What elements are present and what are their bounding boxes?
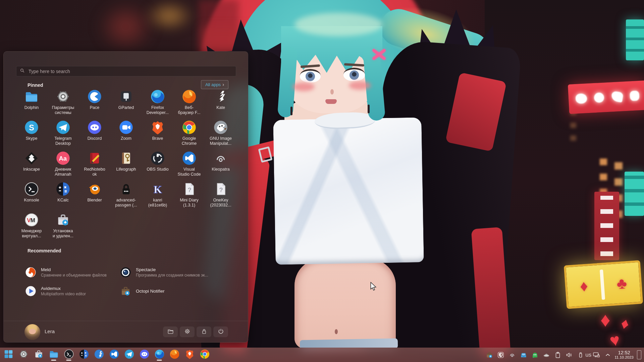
zoom-icon — [119, 120, 133, 134]
taskbar-apps — [3, 349, 210, 361]
taskbar-konsole[interactable] — [63, 349, 74, 361]
character-earring — [368, 105, 370, 113]
discover-install-icon — [56, 213, 70, 227]
tray-vault-shield-icon[interactable] — [496, 351, 505, 359]
app-label: Установка и удален... — [53, 229, 73, 239]
character-torso — [294, 259, 396, 349]
file-manager-button[interactable] — [163, 326, 178, 337]
pinned-app-inkscape[interactable]: Inkscape — [16, 149, 47, 180]
app-label: Google Chrome — [182, 136, 197, 146]
taskbar-dolphin[interactable] — [48, 349, 59, 361]
pinned-app-konsole[interactable]: Konsole — [16, 180, 47, 211]
app-label: Discord — [88, 136, 102, 141]
pinned-app-pace[interactable]: Pace — [79, 88, 110, 119]
digital-clock[interactable]: 12:52 11.10.2023 — [614, 350, 634, 359]
taskbar-kcalc[interactable] — [78, 349, 90, 361]
tray-inbox-icon[interactable] — [519, 351, 528, 359]
taskbar-firefox[interactable] — [169, 349, 180, 361]
pinned-app-vscode[interactable]: Visual Studio Code — [173, 149, 205, 180]
app-label: Dolphin — [24, 105, 39, 110]
desktop: ♦♣ ♦♦♥ — [0, 0, 644, 362]
pinned-app-kate[interactable]: Kate — [205, 88, 236, 119]
pinned-app-firefox-developer[interactable]: Firefox Developer... — [142, 88, 173, 119]
pinned-app-advanced-passgen[interactable]: advanced- passgen (... — [110, 180, 142, 211]
recommended-app-avidemux[interactable]: AvidemuxMultiplatform video editor — [25, 282, 120, 300]
pinned-app-telegram-desktop[interactable]: Telegram Desktop — [47, 119, 79, 149]
recommended-app-octopi-notifier[interactable]: Octopi Notifier — [120, 282, 215, 300]
wallpaper-teal-sign-mid — [625, 172, 644, 216]
app-label: Visual Studio Code — [178, 167, 201, 177]
running-indicator — [51, 360, 56, 361]
search-input[interactable] — [28, 68, 233, 74]
taskbar-chrome[interactable] — [199, 349, 210, 361]
pinned-app-obs-studio[interactable]: OBS Studio — [142, 149, 173, 180]
taskbar-discord[interactable] — [139, 349, 150, 361]
taskbar-vscode[interactable] — [108, 349, 120, 361]
lock-button[interactable] — [197, 326, 211, 337]
tray-display-lock-icon[interactable] — [592, 351, 600, 359]
pinned-app-system-settings[interactable]: Параметры системы — [47, 88, 79, 119]
tray-octopi-notifier-icon[interactable] — [485, 351, 493, 359]
tray-tray-expander-icon[interactable] — [603, 351, 612, 359]
pinned-app-dolphin[interactable]: Dolphin — [16, 88, 47, 119]
firefox-developer-icon — [151, 89, 165, 104]
pinned-app-mini-diary[interactable]: ?Mini Diary (1.3.1) — [173, 180, 205, 211]
recommended-app-spectacle[interactable]: SpectacleПрограмма для создания снимков … — [120, 263, 215, 282]
wallpaper-yellow-sign: ♦♣ — [564, 260, 643, 309]
app-launcher-icon — [4, 349, 13, 360]
tray-usb-device-icon[interactable] — [576, 351, 585, 359]
search-field[interactable] — [16, 66, 236, 76]
character-earring — [290, 107, 292, 115]
pinned-app-gimp[interactable]: GNU Image Manipulat... — [205, 119, 236, 149]
pinned-app-discord[interactable]: Discord — [79, 119, 110, 149]
pinned-app-kcalc[interactable]: KCalc — [47, 180, 79, 211]
character-nose — [330, 89, 334, 95]
taskbar-discover[interactable] — [33, 349, 44, 361]
pinned-app-lifeograph[interactable]: Lifeograph — [110, 149, 142, 180]
taskbar-telegram[interactable] — [123, 349, 135, 361]
tray-clipboard-icon[interactable] — [553, 351, 562, 359]
taskbar-app-launcher[interactable] — [3, 349, 14, 361]
taskbar-kate[interactable] — [93, 349, 105, 361]
user-name[interactable]: Lera — [45, 328, 55, 334]
pinned-app-almanah[interactable]: AaДневник Almanah — [47, 149, 79, 180]
character-hair-shine — [294, 13, 382, 36]
user-avatar[interactable] — [24, 324, 40, 340]
pinned-app-discover-install[interactable]: Установка и удален... — [47, 211, 79, 242]
tray-volume-icon[interactable] — [565, 351, 573, 359]
svg-text:?: ? — [219, 186, 223, 193]
dolphin-icon — [49, 349, 59, 360]
settings-button[interactable] — [180, 326, 195, 337]
taskbar-system-settings[interactable] — [18, 349, 29, 361]
pinned-app-kanri[interactable]: Kkanri (e81ce6b) — [142, 180, 173, 211]
firefox-icon — [170, 349, 179, 360]
google-chrome-icon — [182, 120, 196, 134]
tray-pacman-ghost-icon[interactable] — [531, 351, 539, 359]
tray-ufo-icon[interactable] — [542, 351, 550, 359]
keyboard-layout-indicator[interactable]: us — [585, 352, 591, 358]
taskbar-brave[interactable] — [184, 349, 195, 361]
pinned-app-kleopatra[interactable]: Kleopatra — [205, 149, 236, 180]
app-label: GNU Image Manipulat... — [210, 136, 232, 146]
pinned-app-zoom[interactable]: Zoom — [110, 119, 142, 149]
power-button[interactable] — [213, 326, 228, 337]
taskbar-firefox-developer[interactable] — [154, 349, 165, 361]
pinned-app-brave[interactable]: Brave — [142, 119, 173, 149]
recommended-app-meld[interactable]: MeldСравнение и объединение файлов — [25, 263, 120, 282]
pinned-app-firefox-browser[interactable]: Веб- браузер F... — [173, 88, 205, 119]
pinned-app-onekey[interactable]: ?OneKey (2023032... — [205, 180, 236, 211]
svg-text:Aa: Aa — [59, 155, 67, 162]
tray-kleopatra-icon[interactable] — [508, 351, 516, 359]
kcalc-icon — [56, 182, 70, 196]
peek-desktop-button[interactable] — [637, 350, 641, 359]
pinned-app-skype[interactable]: SSkype — [16, 119, 47, 149]
pinned-app-vm-manager[interactable]: VMМенеджер виртуал... — [16, 211, 47, 242]
pinned-app-gparted[interactable]: GParted — [110, 88, 142, 119]
pinned-app-rednotebook[interactable]: RedNotebo ok — [79, 149, 110, 180]
onekey-icon: ? — [214, 182, 228, 196]
pinned-app-google-chrome[interactable]: Google Chrome — [173, 119, 205, 149]
app-title: Meld — [41, 267, 107, 272]
discover-icon — [34, 349, 44, 360]
pinned-app-blender[interactable]: Blender — [79, 180, 110, 211]
app-label: RedNotebo ok — [84, 167, 105, 177]
